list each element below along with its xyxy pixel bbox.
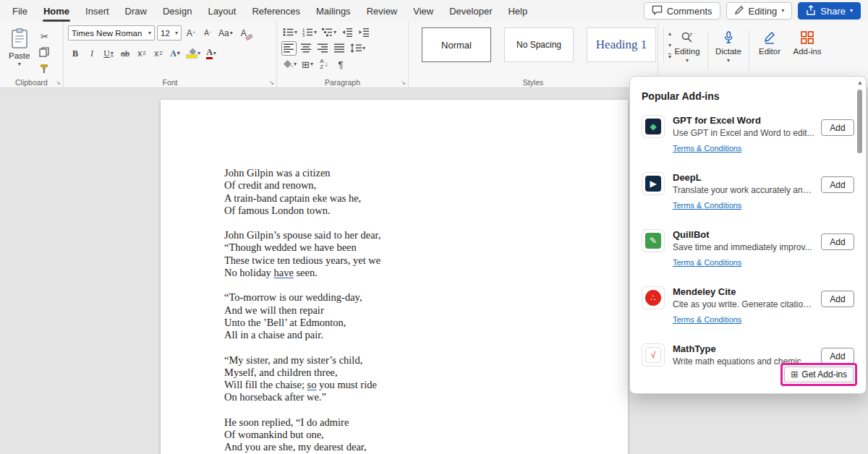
- document-text: John Gilpin was a citizenOf credit and r…: [161, 100, 628, 454]
- text-effects-button[interactable]: A▾: [168, 46, 182, 61]
- highlight-color-button[interactable]: ▾: [184, 46, 202, 61]
- terms-link[interactable]: Terms & Conditions: [673, 258, 741, 267]
- tab-file[interactable]: File: [4, 0, 35, 22]
- poem-line: “To-morrow is our wedding-day,: [224, 291, 628, 304]
- addin-description: Translate your work accurately and...: [673, 185, 814, 195]
- subscript-button[interactable]: x2: [135, 46, 149, 61]
- tab-references[interactable]: References: [244, 0, 307, 22]
- line-spacing-button[interactable]: ▾: [349, 41, 367, 56]
- style-no-spacing[interactable]: No Spacing: [504, 27, 574, 62]
- tab-home[interactable]: Home: [35, 0, 77, 22]
- addins-button[interactable]: Add-ins: [788, 25, 826, 56]
- scrollbar-thumb[interactable]: [857, 90, 862, 153]
- align-center-button[interactable]: [299, 41, 313, 56]
- add-button-mathtype[interactable]: Add: [821, 348, 854, 364]
- shading-button[interactable]: ▾: [281, 57, 298, 72]
- underline-button[interactable]: U▾: [101, 46, 116, 61]
- terms-link[interactable]: Terms & Conditions: [673, 144, 741, 153]
- poem-line: He soon replied, “I do admire: [224, 416, 628, 429]
- style-heading-1[interactable]: Heading 1: [587, 27, 656, 62]
- style-label: Normal: [441, 40, 472, 51]
- paste-button[interactable]: Paste ▾: [4, 25, 34, 76]
- outdent-icon: [342, 27, 353, 38]
- editing-mode-button[interactable]: Editing ▾: [726, 2, 793, 20]
- numbering-button[interactable]: 123▾: [301, 25, 318, 40]
- mathtype-logo-icon: √: [642, 343, 665, 367]
- grow-font-button[interactable]: A^: [184, 26, 198, 40]
- comments-button[interactable]: Comments: [644, 2, 720, 20]
- format-painter-button[interactable]: [37, 63, 51, 76]
- tab-draw[interactable]: Draw: [117, 0, 155, 22]
- add-button-mendeley-cite[interactable]: Add: [821, 291, 854, 307]
- addin-body: DeepLTranslate your work accurately and.…: [673, 172, 814, 211]
- tab-view[interactable]: View: [405, 0, 441, 22]
- svg-text:3: 3: [302, 33, 305, 36]
- deepl-logo-icon: ▶: [642, 172, 665, 195]
- change-case-button[interactable]: Aa▾: [217, 26, 234, 40]
- show-paragraph-marks-button[interactable]: ¶: [333, 57, 348, 72]
- font-size-select[interactable]: 12 ▾: [157, 25, 182, 40]
- align-left-icon: [284, 43, 294, 54]
- paragraph-group-label: Paragraph: [277, 78, 408, 87]
- terms-link[interactable]: Terms & Conditions: [673, 201, 741, 210]
- editor-button[interactable]: Editor: [751, 25, 788, 56]
- bold-button[interactable]: B: [68, 46, 82, 61]
- poem-stanza: John Gilpin was a citizenOf credit and r…: [224, 167, 628, 217]
- addin-name: QuillBot: [673, 229, 812, 240]
- tab-help[interactable]: Help: [500, 0, 535, 22]
- poem-line: All in a chaise and pair.: [224, 329, 628, 341]
- tab-insert[interactable]: Insert: [77, 0, 117, 22]
- tab-developer[interactable]: Developer: [441, 0, 500, 22]
- chevron-down-icon: ▾: [686, 58, 689, 64]
- poem-line: And we will then repair: [224, 304, 628, 317]
- increase-indent-button[interactable]: [357, 25, 371, 40]
- clear-formatting-button[interactable]: A: [237, 26, 251, 40]
- tab-mailings[interactable]: Mailings: [308, 0, 359, 22]
- paragraph-group: ▾ 123▾ ▾ ▾ ▾ ⊞▾ AZ↓ ¶ Paragraph ↘: [277, 22, 409, 87]
- borders-button[interactable]: ⊞▾: [300, 57, 315, 72]
- justify-button[interactable]: [332, 41, 346, 56]
- mendeley-logo-icon: ∴: [645, 290, 661, 306]
- addin-item-quillbot: ✎QuillBotSave time and immediately impro…: [630, 223, 866, 274]
- tab-layout[interactable]: Layout: [200, 0, 244, 22]
- add-button-quillbot[interactable]: Add: [821, 234, 854, 250]
- dialog-launcher-icon[interactable]: ↘: [56, 80, 61, 86]
- font-family-select[interactable]: Times New Roman ▾: [68, 25, 155, 40]
- addin-item-mendeley-cite: ∴Mendeley CiteCite as you write. Generat…: [630, 280, 866, 331]
- dialog-launcher-icon[interactable]: ↘: [269, 80, 274, 86]
- scroll-up-icon[interactable]: ▲: [856, 80, 864, 86]
- decrease-indent-button[interactable]: [340, 25, 354, 40]
- strikethrough-button[interactable]: ab: [118, 46, 132, 61]
- deepl-logo-icon: ▶: [645, 176, 661, 192]
- document-page[interactable]: John Gilpin was a citizenOf credit and r…: [161, 100, 628, 454]
- editing-button[interactable]: Editing ▾: [668, 25, 706, 64]
- style-normal[interactable]: Normal: [422, 27, 491, 62]
- cut-button[interactable]: ✂: [37, 30, 51, 43]
- tab-review[interactable]: Review: [359, 0, 406, 22]
- addins-scrollbar[interactable]: ▲: [856, 80, 864, 353]
- dictate-button[interactable]: Dictate ▾: [710, 25, 747, 64]
- tab-design[interactable]: Design: [155, 0, 200, 22]
- copy-button[interactable]: [37, 46, 51, 59]
- multilevel-list-button[interactable]: ▾: [320, 25, 338, 40]
- superscript-button[interactable]: x2: [151, 46, 166, 61]
- editor-button-label: Editor: [759, 47, 780, 56]
- poem-line: “Though wedded we have been: [224, 241, 628, 254]
- font-color-button[interactable]: A▾: [204, 46, 218, 61]
- poem-stanza: John Gilpin’s spouse said to her dear,“T…: [224, 229, 628, 279]
- poem-line: These twice ten tedious years, yet we: [224, 254, 628, 267]
- italic-button[interactable]: I: [85, 46, 99, 61]
- poem-stanza: “To-morrow is our wedding-day,And we wil…: [224, 291, 628, 341]
- add-button-gpt-for-excel-word[interactable]: Add: [821, 119, 854, 136]
- bullets-button[interactable]: ▾: [281, 25, 299, 40]
- dialog-launcher-icon[interactable]: ↘: [401, 80, 406, 86]
- addin-name: MathType: [673, 343, 814, 354]
- terms-link[interactable]: Terms & Conditions: [673, 315, 741, 324]
- align-right-button[interactable]: [315, 41, 330, 56]
- align-left-button[interactable]: [281, 41, 297, 56]
- get-addins-button[interactable]: ⊞ Get Add-ins: [784, 367, 854, 382]
- sort-button[interactable]: AZ↓: [317, 57, 331, 72]
- add-button-deepl[interactable]: Add: [821, 176, 854, 193]
- share-button[interactable]: Share ▾: [798, 2, 861, 20]
- shrink-font-button[interactable]: Aˇ: [200, 26, 215, 40]
